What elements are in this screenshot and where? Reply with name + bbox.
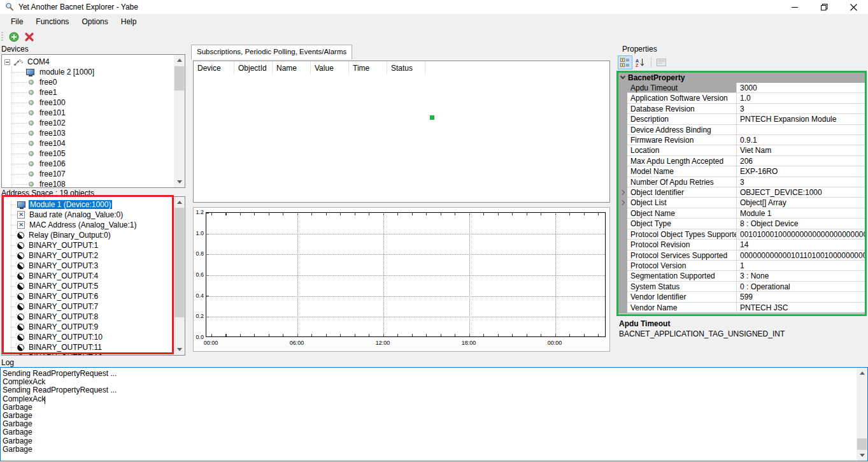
property-value[interactable]: 1 [737,261,866,271]
address-space-item[interactable]: Relay (Binary_Output:0) [2,230,185,240]
property-value[interactable]: Viet Nam [737,145,866,155]
log-scrollbar[interactable] [857,368,867,461]
property-row[interactable]: Protocol Revision 14 [618,240,866,250]
alphabetical-sort-button[interactable]: A Z [633,55,648,69]
scroll-thumb[interactable] [174,66,184,90]
address-space-item[interactable]: MAC Address (Analog_Value:1) [2,220,185,230]
property-value[interactable] [737,125,866,135]
property-value[interactable]: 0.9.1 [737,135,866,145]
tree-item-free-slot[interactable]: free108 [2,179,185,188]
address-space-item[interactable]: BINARY_OUTPUT:8 [2,312,185,322]
property-pages-button[interactable] [654,55,669,69]
table-column-header[interactable]: Time [349,61,387,75]
scroll-up-arrow[interactable] [174,197,185,208]
property-value[interactable]: Module 1 [737,208,866,219]
menu-item[interactable]: Options [75,15,114,29]
tree-item-free-slot[interactable]: free105 [2,148,185,159]
property-row[interactable]: System Status 0 : Operational [618,282,866,292]
log-textbox[interactable]: Sending ReadPropertyRequest ...ComplexAc… [0,367,868,461]
property-row[interactable]: Protocol Version 1 [618,261,866,271]
property-value[interactable]: 3 : None [737,271,866,281]
tree-item-free-slot[interactable]: free102 [2,118,185,128]
property-row[interactable]: Vendor Identifier 599 [618,292,866,302]
address-space-item[interactable]: BINARY_OUTPUT:6 [2,291,185,301]
property-row[interactable]: Segmentation Supported 3 : None [618,271,866,281]
delete-device-button[interactable] [22,30,37,44]
minimize-button[interactable] [780,0,809,14]
property-row[interactable]: Number Of Apdu Retries 3 [618,177,866,187]
property-row[interactable]: Database Revision 3 [618,104,866,114]
property-value[interactable]: 206 [737,156,866,166]
table-column-header[interactable]: Status [387,61,425,75]
com-port-label[interactable]: COM4 [26,57,51,66]
tree-item-free-slot[interactable]: free104 [2,138,185,148]
devices-scrollbar[interactable] [174,55,185,187]
property-row[interactable]: Device Address Binding [618,125,866,135]
property-value[interactable]: 001010001000000000000000000000000 [737,229,866,240]
collapse-expander-icon[interactable] [4,59,10,65]
address-space-item[interactable]: BINARY_OUTPUT:9 [2,322,185,332]
menu-item[interactable]: Functions [29,15,75,29]
tree-item-free-slot[interactable]: free101 [2,108,185,118]
property-row[interactable]: Object Type 8 : Object Device [618,219,866,229]
property-value[interactable]: 3000 [737,83,866,93]
categorized-view-button[interactable] [618,55,632,69]
property-value[interactable]: 3 [737,104,866,114]
scroll-thumb[interactable] [174,208,184,317]
address-space-item[interactable]: BINARY_OUTPUT:2 [2,250,185,261]
property-row[interactable]: Object List Object[] Array [618,198,866,208]
property-row[interactable]: Vendor Name PNTECH JSC [618,303,866,313]
address-space-item[interactable]: BINARY_OUTPUT:3 [2,261,185,271]
property-value[interactable]: 3 [737,177,866,187]
address-space-item[interactable]: BINARY_OUTPUT:5 [2,281,185,291]
property-row[interactable]: Location Viet Nam [618,145,866,155]
property-value[interactable]: 0 : Operational [737,282,866,292]
address-space-item[interactable]: BINARY_OUTPUT:4 [2,271,185,281]
menu-item[interactable]: Help [115,15,143,29]
property-value[interactable]: 8 : Object Device [737,219,866,229]
property-value[interactable]: Object[] Array [737,198,866,208]
property-value[interactable]: OBJECT_DEVICE:1000 [737,187,866,198]
address-space-item[interactable]: BINARY_OUTPUT:10 [2,332,185,342]
scroll-thumb[interactable] [857,438,867,451]
device-label[interactable]: module 2 [1000] [38,68,96,76]
close-button[interactable] [839,0,868,14]
address-space-item[interactable]: BINARY_OUTPUT:11 [2,342,185,352]
address-space-item[interactable]: BINARY_OUTPUT:12 [2,352,185,356]
menu-item[interactable]: File [4,15,29,29]
table-column-header[interactable]: ObjectId [234,61,273,75]
property-row[interactable]: Object Identifier OBJECT_DEVICE:1000 [618,187,866,198]
add-device-button[interactable] [6,30,22,44]
restore-button[interactable] [809,0,839,14]
property-value[interactable]: 599 [737,292,866,302]
property-value[interactable]: EXP-16RO [737,166,866,177]
property-row[interactable]: Apdu Timeout 3000 [618,83,866,93]
scroll-up-arrow[interactable] [857,368,867,379]
address-space-item[interactable]: Module 1 (Device:1000) [2,199,185,210]
property-category-row[interactable]: BacnetProperty [618,72,866,83]
tree-item-free-slot[interactable]: free107 [2,169,185,179]
tree-item-device[interactable]: module 2 [1000] [2,67,185,77]
property-row[interactable]: Firmware Revision 0.9.1 [618,135,866,145]
tree-item-free-slot[interactable]: free103 [2,128,185,138]
address-space-scrollbar[interactable] [174,197,185,355]
scroll-down-arrow[interactable] [174,344,185,355]
property-row[interactable]: Protocol Object Types Supported 00101000… [618,229,866,240]
property-value[interactable]: PNTECH JSC [737,303,866,313]
tree-item-free-slot[interactable]: free106 [2,159,185,169]
address-space-item[interactable]: BINARY_OUTPUT:7 [2,301,185,312]
tree-item-free-slot[interactable]: free1 [2,87,185,97]
scroll-down-arrow[interactable] [174,177,185,187]
toolbar-grip[interactable] [1,32,3,41]
tree-item-com4[interactable]: COM4 [2,57,185,67]
property-value[interactable]: 14 [737,240,866,250]
scroll-up-arrow[interactable] [174,55,185,66]
property-value[interactable]: PNTECH Expansion Module [737,114,866,124]
property-row[interactable]: Application Software Version 1.0 [618,93,866,103]
tab-subscriptions[interactable]: Subscriptions, Periodic Polling, Events/… [191,45,352,59]
property-value[interactable]: 000000000000101101001000000000001 [737,250,866,261]
table-column-header[interactable]: Name [273,61,311,75]
table-column-header[interactable]: Device [194,61,234,75]
property-row[interactable]: Object Name Module 1 [618,208,866,219]
property-row[interactable]: Model Name EXP-16RO [618,166,866,177]
